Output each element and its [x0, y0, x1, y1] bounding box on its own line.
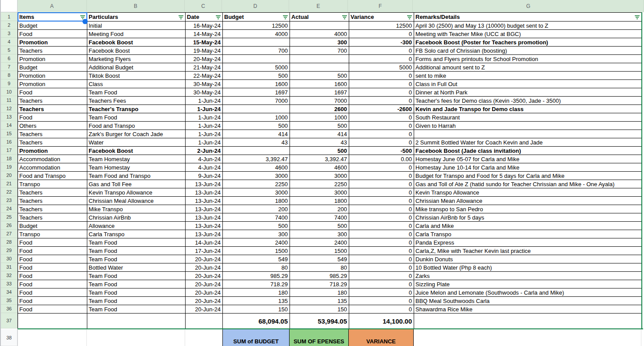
cell-B25[interactable]: Chrissian AirBnb — [87, 213, 186, 222]
cell-F15[interactable]: 0 — [349, 130, 414, 138]
cell-E27[interactable]: 300 — [290, 230, 349, 238]
row-number-11[interactable]: 11 — [1, 96, 18, 105]
cell-F2[interactable]: 12500 — [349, 22, 414, 30]
cell-F4[interactable]: -300 — [349, 38, 414, 47]
filter-icon-g[interactable] — [634, 14, 640, 20]
row-number-7[interactable]: 7 — [1, 63, 18, 71]
cell-D21[interactable]: 2250 — [223, 180, 290, 188]
cell-G25[interactable]: Chrissian AirBnb for 5 days — [414, 213, 642, 222]
cell-B31[interactable]: Bottled Water — [87, 263, 186, 272]
cell-G12[interactable]: Kevin and Jade Transpo for Demo class — [414, 105, 642, 113]
cell-G10[interactable]: Dinner at North Park — [414, 88, 642, 97]
cell-F18[interactable]: 0.00 — [349, 155, 414, 163]
cell-A29[interactable]: Food — [18, 247, 87, 255]
cell-D10[interactable]: 1697 — [223, 88, 290, 97]
cell-A9[interactable]: Promotion — [18, 80, 87, 88]
cell-F5[interactable]: 0 — [349, 47, 414, 55]
cell-E6[interactable] — [290, 55, 349, 63]
cell-B29[interactable]: Team Food — [87, 247, 186, 255]
cell-D7[interactable]: 5000 — [223, 63, 290, 72]
cell-B15[interactable]: Zark's Burger for Coach Jade — [87, 130, 186, 138]
cell-D17[interactable] — [223, 147, 290, 155]
cell-D33[interactable]: 718.29 — [223, 280, 290, 288]
cell-B13[interactable]: Team Food — [87, 113, 186, 122]
cell-C38[interactable] — [185, 329, 222, 346]
cell-G27[interactable]: Carla Transpo — [414, 230, 642, 238]
cell-A23[interactable]: Teachers — [18, 197, 87, 205]
cell-E12[interactable]: 2600 — [290, 105, 349, 113]
cell-A1[interactable]: Items — [18, 13, 87, 22]
cell-A37[interactable] — [18, 314, 87, 329]
cell-A13[interactable]: Food — [18, 113, 87, 122]
cell-F21[interactable]: 0 — [349, 180, 414, 188]
cell-B1[interactable]: Particulars — [87, 13, 186, 22]
cell-A27[interactable]: Transpo — [18, 230, 87, 238]
cell-D3[interactable]: 4000 — [223, 30, 290, 38]
cell-C11[interactable]: 1-Jun-24 — [186, 97, 223, 105]
cell-B14[interactable]: Food and Transpo — [87, 122, 186, 130]
cell-E18[interactable]: 3,392.47 — [290, 155, 349, 163]
cell-E28[interactable]: 2400 — [290, 238, 349, 247]
cell-E35[interactable]: 135 — [290, 297, 349, 305]
cell-A10[interactable]: Food — [18, 88, 87, 97]
cell-E11[interactable]: 7000 — [290, 97, 349, 105]
cell-D25[interactable]: 7400 — [223, 213, 290, 222]
cell-E10[interactable]: 1697 — [290, 88, 349, 97]
cell-B19[interactable]: Team Homestay — [87, 163, 186, 172]
cell-C21[interactable]: 13-Jun-24 — [186, 180, 223, 188]
cell-G1[interactable]: Remarks/Details — [414, 13, 642, 22]
row-number-34[interactable]: 34 — [1, 288, 18, 296]
cell-E36[interactable]: 150 — [290, 305, 349, 314]
cell-D6[interactable] — [223, 55, 290, 63]
cell-B6[interactable]: Marketing Flyers — [87, 55, 186, 63]
cell-C3[interactable]: 14-May-24 — [186, 30, 223, 38]
cell-D35[interactable]: 135 — [223, 297, 290, 305]
cell-A38[interactable] — [18, 329, 87, 346]
cell-A7[interactable]: Budget — [18, 63, 87, 72]
cell-E2[interactable] — [290, 22, 349, 30]
row-number-8[interactable]: 8 — [1, 71, 18, 79]
cell-F8[interactable]: 0 — [349, 72, 414, 80]
cell-D36[interactable]: 150 — [223, 305, 290, 314]
cell-D16[interactable]: 43 — [223, 138, 290, 147]
cell-A25[interactable]: Teachers — [18, 213, 87, 222]
row-number-2[interactable]: 2 — [1, 21, 18, 29]
row-number-6[interactable]: 6 — [1, 54, 18, 63]
column-header-G[interactable]: G — [413, 0, 644, 12]
cell-F36[interactable]: 0 — [349, 305, 414, 314]
cell-D37[interactable]: 68,094.05 — [223, 314, 290, 329]
row-number-22[interactable]: 22 — [1, 188, 18, 196]
cell-A22[interactable]: Teachers — [18, 188, 87, 197]
cell-B33[interactable]: Team Food — [87, 280, 186, 288]
cell-B16[interactable]: Water — [87, 138, 186, 147]
cell-D18[interactable]: 3,392.47 — [223, 155, 290, 163]
cell-C8[interactable]: 22-May-24 — [186, 72, 223, 80]
cell-D30[interactable]: 549 — [223, 255, 290, 263]
cell-F20[interactable]: 0 — [349, 172, 414, 180]
row-number-19[interactable]: 19 — [1, 163, 18, 171]
row-number-26[interactable]: 26 — [1, 221, 18, 230]
row-number-5[interactable]: 5 — [1, 46, 18, 54]
cell-G17[interactable]: Facebook Boost (Jade class invitation) — [414, 147, 642, 155]
cell-A32[interactable]: Food — [18, 272, 87, 280]
cell-C20[interactable]: 9-Jun-24 — [186, 172, 223, 180]
cell-F16[interactable]: 0 — [349, 138, 414, 147]
row-number-33[interactable]: 33 — [1, 280, 18, 288]
cell-G11[interactable]: Teacher's fees for Demo class (Kevin -35… — [414, 97, 642, 105]
filter-icon-d[interactable] — [283, 14, 288, 20]
cell-C5[interactable]: 19-May-24 — [186, 47, 223, 55]
cell-F27[interactable]: 0 — [349, 230, 414, 238]
sum-of-budget-label-cell[interactable]: SUM of BUDGET — [222, 329, 290, 346]
row-number-4[interactable]: 4 — [1, 38, 18, 46]
cell-E24[interactable]: 200 — [290, 205, 349, 213]
row-number-24[interactable]: 24 — [1, 205, 18, 213]
cell-D29[interactable]: 1500 — [223, 247, 290, 255]
cell-C10[interactable]: 30-May-24 — [186, 88, 223, 97]
cell-A12[interactable]: Teachers — [18, 105, 87, 113]
cell-C29[interactable]: 17-Jun-24 — [186, 247, 223, 255]
cell-F10[interactable]: 0 — [349, 88, 414, 97]
column-header-F[interactable]: F — [348, 0, 413, 12]
cell-F26[interactable]: 0 — [349, 222, 414, 230]
row-number-13[interactable]: 13 — [1, 113, 18, 121]
cell-G2[interactable]: April 30 (2500) and May 13 (10000) budge… — [414, 22, 642, 30]
